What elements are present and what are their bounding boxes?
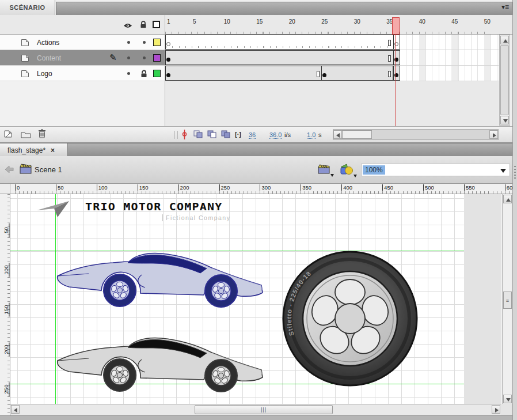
timeline-panel-tabbar-filler — [56, 2, 512, 15]
status-bar-divider — [174, 131, 178, 139]
frame-ruler-label: 25 — [318, 18, 332, 25]
horizontal-ruler: 050100150200250300350400450500550600 — [10, 184, 512, 194]
frames-row-content[interactable] — [165, 50, 499, 66]
zoom-level-value[interactable]: 100% — [363, 165, 385, 175]
timeline-panel-tabbar: SCÉNARIO ▾≡ — [0, 0, 517, 15]
timeline-vertical-scrollbar-thumb[interactable] — [500, 45, 509, 115]
stage-scroll-up-button[interactable] — [503, 195, 512, 203]
show-layers-as-outlines-icon[interactable] — [153, 21, 160, 28]
stage-scroll-right-button[interactable] — [492, 405, 500, 414]
new-layer-button[interactable] — [3, 130, 13, 141]
back-arrow-icon[interactable] — [5, 165, 14, 176]
modify-markers-button[interactable]: [·] — [235, 131, 241, 138]
scrollbar-corner — [501, 404, 512, 415]
frame-rate-unit: i/s — [284, 131, 291, 138]
timeline-horizontal-scrollbar[interactable] — [333, 129, 499, 140]
frame-span[interactable] — [321, 66, 393, 81]
ruler-corner — [0, 184, 10, 194]
blue-car-drawing[interactable] — [54, 249, 268, 308]
layer-visibility-dot[interactable] — [127, 72, 130, 75]
show-hide-all-layers-icon[interactable] — [123, 21, 132, 31]
layer-row-content[interactable]: Content✎ — [0, 50, 165, 66]
layer-lock-dot[interactable] — [143, 56, 146, 59]
timeline-scroll-left-button[interactable] — [333, 130, 342, 139]
frame-ruler-label: 15 — [253, 18, 267, 25]
layer-name: Content — [37, 54, 61, 62]
stage-scroll-down-button[interactable] — [503, 395, 512, 403]
frame-ruler-label: 30 — [350, 18, 364, 25]
gray-car-drawing[interactable] — [54, 334, 268, 393]
timeline-vertical-scrollbar[interactable] — [499, 35, 510, 126]
edit-symbols-caret-icon — [353, 175, 357, 177]
keyframe-filled-frame-36[interactable] — [394, 73, 398, 77]
frame-span[interactable] — [165, 35, 394, 50]
frame-span[interactable] — [165, 50, 394, 65]
stage-horizontal-scrollbar-thumb[interactable]: ||| — [195, 405, 333, 414]
layer-row-actions[interactable]: Actions — [0, 35, 165, 50]
scene-clapboard-icon — [20, 164, 32, 176]
playhead-handle[interactable] — [392, 17, 400, 35]
panel-menu-icon[interactable]: ▾≡ — [501, 3, 509, 11]
timeline-frames-empty-area — [165, 81, 499, 126]
timeline-panel-tab[interactable]: SCÉNARIO — [0, 0, 55, 15]
center-frame-button[interactable] — [182, 130, 187, 142]
layer-lock-icon[interactable] — [140, 70, 147, 80]
frame-span-end-marker[interactable] — [388, 71, 391, 77]
layer-color-swatch[interactable] — [153, 39, 161, 46]
keyframe-hollow-frame-36[interactable] — [394, 42, 398, 46]
layer-color-swatch[interactable] — [153, 54, 161, 62]
timeline-status-bar: [·] 36 36.0 i/s 1.0 s — [0, 126, 512, 143]
onion-skin-outlines-button[interactable] — [207, 130, 217, 141]
edit-scene-button[interactable] — [318, 164, 330, 177]
frames-row-actions[interactable] — [165, 35, 499, 50]
elapsed-time-unit: s — [318, 131, 322, 138]
current-frame-value[interactable]: 36 — [249, 131, 256, 139]
new-folder-button[interactable] — [21, 130, 31, 141]
vertical-ruler: 50100150200250 — [0, 194, 10, 416]
keyframe-filled-frame-36[interactable] — [394, 58, 398, 62]
frame-rate-value[interactable]: 36.0 — [269, 131, 282, 139]
stage-vertical-scrollbar[interactable]: ≡ — [502, 194, 512, 404]
frame-span[interactable] — [165, 66, 322, 81]
timeline-frames-area[interactable] — [165, 35, 499, 81]
stage-vertical-scrollbar-thumb[interactable]: ≡ — [503, 292, 512, 309]
layer-name: Actions — [37, 39, 59, 47]
frame-span-end-marker[interactable] — [317, 71, 320, 77]
h-ruler-label: 400 — [341, 184, 352, 191]
layer-row-logo[interactable]: Logo — [0, 66, 165, 81]
front-wheel — [104, 359, 136, 391]
timeline-scroll-down-button[interactable] — [500, 116, 509, 124]
front-wheel — [104, 274, 136, 307]
scene-name-label: Scene 1 — [35, 165, 62, 174]
window-right-edge — [512, 0, 517, 420]
big-wheel-drawing[interactable]: Stiletto - 225/40-18 — [281, 249, 419, 388]
delete-layer-button[interactable] — [38, 129, 46, 141]
stage-canvas[interactable]: TRIO MOTOR COMPANY Fictional Company — [10, 194, 501, 404]
frame-span-end-marker[interactable] — [388, 40, 391, 46]
edit-multiple-frames-button[interactable] — [221, 130, 231, 141]
document-close-icon[interactable]: × — [51, 146, 55, 154]
stage-horizontal-scrollbar[interactable]: ||| — [10, 404, 501, 415]
elapsed-time-value[interactable]: 1.0 — [307, 131, 315, 139]
timeline-scroll-right-button[interactable] — [489, 130, 498, 139]
zoom-dropdown-arrow-icon[interactable] — [500, 169, 506, 173]
document-tab[interactable]: flash_stage* × — [0, 143, 68, 157]
edit-bar: Scene 1 100% — [0, 156, 512, 184]
layer-visibility-dot[interactable] — [127, 41, 130, 44]
onion-skin-button[interactable] — [193, 130, 203, 141]
edit-symbols-button[interactable] — [340, 164, 353, 177]
timeline-layer-list-empty-area — [0, 81, 165, 126]
panel-gripper[interactable] — [514, 166, 516, 179]
layer-lock-dot[interactable] — [143, 41, 146, 44]
v-ruler-label: 50 — [3, 224, 10, 237]
lock-unlock-all-layers-icon[interactable] — [140, 21, 147, 31]
timeline-scroll-up-button[interactable] — [500, 36, 509, 44]
zoom-level-combobox[interactable]: 100% — [361, 164, 510, 176]
frames-row-logo[interactable] — [165, 66, 499, 81]
layer-color-swatch[interactable] — [153, 70, 161, 77]
timeline-horizontal-scrollbar-thumb[interactable] — [342, 130, 372, 139]
stage-scroll-left-button[interactable] — [11, 405, 20, 414]
timeline-frame-ruler[interactable]: 15101520253035404550 — [165, 15, 499, 35]
frame-span-end-marker[interactable] — [388, 55, 391, 62]
layer-visibility-dot[interactable] — [127, 56, 130, 59]
